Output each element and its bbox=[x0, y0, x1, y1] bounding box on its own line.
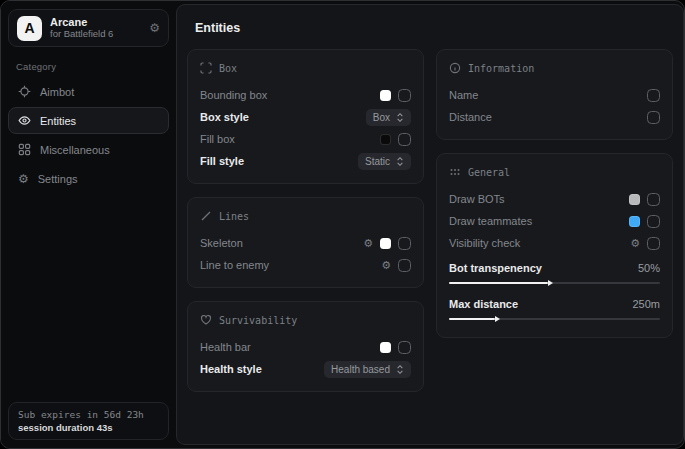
fill-style-dropdown[interactable]: Static bbox=[358, 153, 411, 170]
setting-row-draw-teammates: Draw teammates bbox=[449, 210, 660, 232]
setting-row-health-style: Health style Health based bbox=[200, 358, 411, 380]
max-distance-slider-group: Max distance 250m bbox=[449, 293, 660, 326]
session-duration-text: session duration 43s bbox=[18, 422, 159, 433]
slider-value: 50% bbox=[638, 262, 660, 274]
setting-label: Fill style bbox=[200, 155, 358, 167]
slider-label: Max distance bbox=[449, 298, 632, 310]
setting-row-bounding-box: Bounding box bbox=[200, 84, 411, 106]
box-card: Box Bounding box Box style bbox=[187, 49, 424, 184]
information-card-header: Information bbox=[449, 60, 660, 76]
sidebar-item-label: Aimbot bbox=[40, 86, 74, 98]
checkbox[interactable] bbox=[398, 259, 411, 272]
app-window: A Arcane for Battlefield 6 ⚙ Category Ai… bbox=[0, 0, 685, 449]
app-logo: A bbox=[17, 16, 42, 41]
checkbox[interactable] bbox=[398, 89, 411, 102]
setting-label: Skeleton bbox=[200, 237, 363, 249]
setting-label: Draw BOTs bbox=[449, 193, 629, 205]
checkbox[interactable] bbox=[398, 237, 411, 250]
slider-value: 250m bbox=[632, 298, 660, 310]
checkbox[interactable] bbox=[398, 133, 411, 146]
setting-row-line-to-enemy: Line to enemy ⚙ bbox=[200, 254, 411, 276]
checkbox[interactable] bbox=[647, 237, 660, 250]
sidebar-item-miscellaneous[interactable]: Miscellaneous bbox=[8, 136, 169, 163]
setting-label: Draw teammates bbox=[449, 215, 629, 227]
color-swatch[interactable] bbox=[629, 194, 640, 205]
box-card-header: Box bbox=[200, 60, 411, 76]
setting-label: Name bbox=[449, 89, 647, 101]
box-style-dropdown[interactable]: Box bbox=[366, 109, 411, 126]
slider-label: Bot transpenency bbox=[449, 262, 638, 274]
sidebar-item-entities[interactable]: Entities bbox=[8, 107, 169, 134]
checkbox[interactable] bbox=[398, 341, 411, 354]
color-swatch[interactable] bbox=[629, 216, 640, 227]
gear-icon[interactable]: ⚙ bbox=[630, 238, 640, 249]
setting-row-visibility-check: Visibility check ⚙ bbox=[449, 232, 660, 254]
setting-label: Bounding box bbox=[200, 89, 380, 101]
setting-row-box-style: Box style Box bbox=[200, 106, 411, 128]
color-swatch[interactable] bbox=[380, 342, 391, 353]
sidebar-item-settings[interactable]: ⚙ Settings bbox=[8, 165, 169, 192]
crosshair-icon bbox=[18, 85, 31, 98]
setting-row-skeleton: Skeleton ⚙ bbox=[200, 232, 411, 254]
general-card-header: General bbox=[449, 164, 660, 180]
chevron-updown-icon bbox=[396, 156, 404, 167]
setting-label: Line to enemy bbox=[200, 259, 381, 271]
gear-icon[interactable]: ⚙ bbox=[381, 260, 391, 271]
info-icon bbox=[449, 62, 461, 74]
max-distance-slider[interactable] bbox=[449, 318, 660, 320]
sidebar-nav: Aimbot Entities Miscella bbox=[8, 78, 169, 192]
bot-transparency-slider[interactable] bbox=[449, 282, 660, 284]
chevron-updown-icon bbox=[396, 112, 404, 123]
heart-icon bbox=[200, 314, 212, 326]
checkbox[interactable] bbox=[647, 111, 660, 124]
setting-label: Health bar bbox=[200, 341, 380, 353]
dropdown-value: Box bbox=[373, 112, 390, 123]
section-title: Lines bbox=[219, 211, 249, 222]
checkbox[interactable] bbox=[647, 215, 660, 228]
slider-fill bbox=[449, 282, 548, 284]
section-title: Information bbox=[468, 63, 534, 74]
section-title: Survivability bbox=[219, 315, 297, 326]
section-title: General bbox=[468, 167, 510, 178]
information-card: Information Name Distance bbox=[436, 49, 673, 140]
slider-fill bbox=[449, 318, 495, 320]
color-swatch[interactable] bbox=[380, 90, 391, 101]
color-swatch[interactable] bbox=[380, 238, 391, 249]
sub-expires-text: Sub expires in 56d 23h bbox=[18, 409, 159, 420]
left-column: Box Bounding box Box style bbox=[187, 49, 424, 392]
eye-icon bbox=[18, 114, 31, 127]
section-title: Box bbox=[219, 63, 237, 74]
category-label: Category bbox=[16, 61, 169, 72]
lines-card: Lines Skeleton ⚙ Line to enemy bbox=[187, 197, 424, 288]
gear-icon[interactable]: ⚙ bbox=[149, 22, 160, 34]
dropdown-value: Health based bbox=[331, 364, 390, 375]
setting-row-fill-box: Fill box bbox=[200, 128, 411, 150]
setting-row-health-bar: Health bar bbox=[200, 336, 411, 358]
sidebar-item-label: Miscellaneous bbox=[40, 144, 110, 156]
dots-grid-icon bbox=[449, 166, 461, 178]
page-title: Entities bbox=[195, 21, 673, 35]
health-style-dropdown[interactable]: Health based bbox=[324, 361, 411, 378]
main-panel: Entities Box bbox=[176, 4, 684, 445]
logo-card: A Arcane for Battlefield 6 ⚙ bbox=[8, 9, 169, 47]
box-corners-icon bbox=[200, 62, 212, 74]
checkbox[interactable] bbox=[647, 89, 660, 102]
checkbox[interactable] bbox=[647, 193, 660, 206]
general-card: General Draw BOTs Draw teammates bbox=[436, 153, 673, 338]
diagonal-line-icon bbox=[200, 210, 212, 222]
sidebar-item-label: Settings bbox=[38, 173, 78, 185]
right-column: Information Name Distance bbox=[436, 49, 673, 338]
sidebar-item-aimbot[interactable]: Aimbot bbox=[8, 78, 169, 105]
setting-row-name: Name bbox=[449, 84, 660, 106]
setting-label: Fill box bbox=[200, 133, 380, 145]
setting-label: Visibility check bbox=[449, 237, 630, 249]
dropdown-value: Static bbox=[365, 156, 390, 167]
gear-icon[interactable]: ⚙ bbox=[363, 238, 373, 249]
survivability-card-header: Survivability bbox=[200, 312, 411, 328]
subscription-card: Sub expires in 56d 23h session duration … bbox=[8, 402, 169, 440]
lines-card-header: Lines bbox=[200, 208, 411, 224]
setting-row-fill-style: Fill style Static bbox=[200, 150, 411, 172]
sidebar: A Arcane for Battlefield 6 ⚙ Category Ai… bbox=[1, 1, 176, 448]
color-swatch[interactable] bbox=[380, 134, 391, 145]
gear-icon: ⚙ bbox=[18, 172, 29, 185]
